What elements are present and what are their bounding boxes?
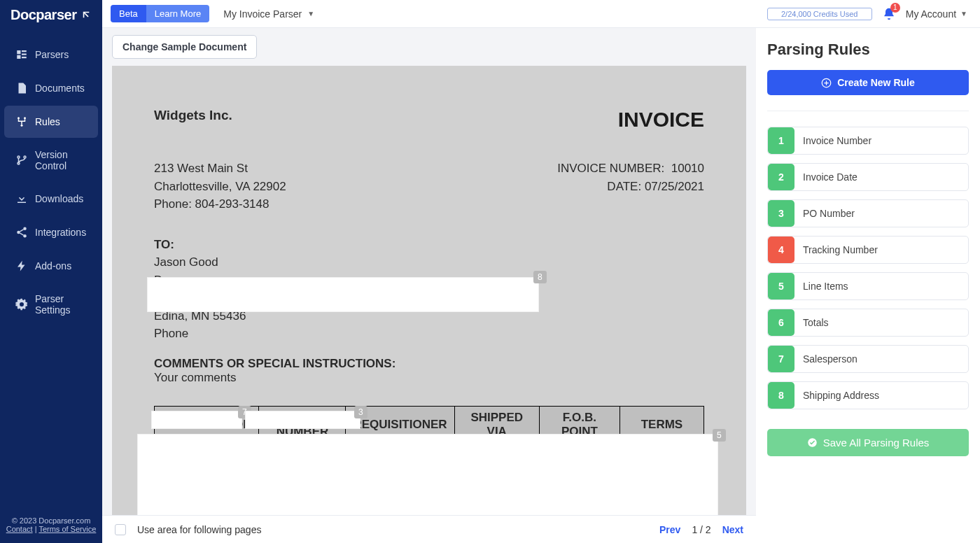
parsers-icon	[15, 48, 28, 61]
bolt-icon	[15, 260, 28, 272]
download-icon	[15, 192, 28, 205]
svg-rect-3	[22, 54, 27, 55]
sidebar-nav: Parsers Documents Rules Version Control …	[0, 37, 102, 509]
sidebar-item-label: Downloads	[35, 193, 83, 204]
documents-icon	[15, 82, 28, 94]
account-label: My Account	[906, 8, 956, 20]
comments-block: COMMENTS OR SPECIAL INSTRUCTIONS: Your c…	[154, 357, 704, 385]
page-indicator: 1 / 2	[692, 524, 710, 535]
brand-name: Docparser	[10, 7, 76, 23]
svg-point-13	[23, 234, 27, 238]
footer-copyright: © 2023 Docparser.com	[4, 516, 98, 525]
rule-item[interactable]: 6Totals	[767, 309, 969, 337]
svg-point-8	[18, 156, 20, 158]
panel-title: Parsing Rules	[767, 41, 969, 59]
account-dropdown[interactable]: My Account ▼	[906, 8, 972, 20]
rule-item[interactable]: 8Shipping Address	[767, 381, 969, 409]
sidebar: Docparser Parsers Documents Rules Versio…	[0, 0, 102, 543]
caret-down-icon: ▼	[307, 10, 314, 17]
sidebar-item-label: Version Control	[35, 149, 87, 171]
plus-circle-icon	[821, 78, 832, 88]
svg-point-7	[21, 125, 23, 127]
branch-icon	[15, 154, 28, 167]
brand-logo[interactable]: Docparser	[0, 0, 102, 30]
sidebar-item-integrations[interactable]: Integrations	[4, 216, 98, 248]
rules-icon	[15, 115, 28, 128]
sidebar-item-label: Documents	[35, 83, 85, 94]
footer-contact-link[interactable]: Contact	[6, 525, 33, 533]
svg-rect-1	[17, 55, 20, 59]
topbar: Beta Learn More My Invoice Parser ▼ 2/24…	[102, 0, 980, 28]
beta-button[interactable]: Beta	[111, 5, 146, 22]
highlight-7[interactable]	[151, 411, 242, 429]
svg-point-12	[17, 231, 20, 234]
svg-rect-4	[22, 57, 27, 58]
svg-point-11	[23, 227, 27, 231]
sidebar-item-label: Integrations	[35, 227, 86, 238]
use-area-checkbox[interactable]	[115, 524, 126, 535]
parser-name-dropdown[interactable]: My Invoice Parser ▼	[219, 8, 318, 20]
sidebar-item-addons[interactable]: Add-ons	[4, 250, 98, 282]
main-toolbar: Change Sample Document	[102, 28, 756, 66]
company-name: Widgets Inc.	[154, 108, 232, 123]
sidebar-item-label: Add-ons	[35, 260, 71, 272]
parsing-rules-panel: Parsing Rules Create New Rule 1Invoice N…	[756, 28, 980, 543]
svg-point-5	[18, 117, 20, 119]
credits-badge[interactable]: 2/24,000 Credits Used	[767, 8, 872, 20]
export-icon	[80, 9, 92, 22]
highlight-3[interactable]	[245, 411, 360, 429]
svg-point-6	[24, 117, 26, 119]
sidebar-item-version-control[interactable]: Version Control	[4, 139, 98, 181]
sidebar-item-label: Parsers	[35, 49, 69, 60]
prev-page-link[interactable]: Prev	[659, 524, 680, 535]
sidebar-footer: © 2023 Docparser.com Contact | Terms of …	[0, 509, 102, 543]
change-sample-document-button[interactable]: Change Sample Document	[112, 35, 257, 59]
gear-icon	[15, 298, 28, 311]
rule-item[interactable]: 7Salesperson	[767, 345, 969, 373]
notifications-button[interactable]: 1	[882, 7, 896, 21]
company-address: 213 West Main St Charlottesville, VA 229…	[154, 160, 286, 213]
sidebar-item-documents[interactable]: Documents	[4, 72, 98, 104]
sidebar-item-rules[interactable]: Rules	[4, 106, 98, 138]
pager-bar: Use area for following pages Prev 1 / 2 …	[102, 515, 756, 543]
sidebar-item-label: Rules	[35, 116, 60, 127]
rule-item[interactable]: 5Line Items	[767, 272, 969, 300]
svg-point-9	[24, 156, 26, 158]
document-page: Widgets Inc. INVOICE 213 West Main St Ch…	[112, 66, 746, 515]
check-circle-icon	[807, 437, 818, 448]
highlight-5[interactable]	[137, 434, 718, 515]
notification-count-badge: 1	[890, 3, 900, 13]
learn-more-button[interactable]: Learn More	[146, 5, 209, 22]
highlight-8[interactable]	[147, 277, 539, 312]
caret-down-icon: ▼	[960, 10, 967, 17]
footer-tos-link[interactable]: Terms of Service	[38, 525, 96, 533]
highlight-tag-5: 5	[713, 429, 726, 442]
svg-rect-0	[17, 50, 20, 54]
sidebar-item-parser-settings[interactable]: Parser Settings	[4, 283, 98, 325]
sidebar-item-label: Parser Settings	[35, 293, 87, 316]
invoice-meta: INVOICE NUMBER: 10010 DATE: 07/25/2021	[557, 160, 704, 213]
rules-list: 1Invoice Number 2Invoice Date 3PO Number…	[767, 111, 969, 409]
rule-item[interactable]: 1Invoice Number	[767, 127, 969, 155]
create-new-rule-button[interactable]: Create New Rule	[767, 70, 969, 95]
sidebar-item-parsers[interactable]: Parsers	[4, 38, 98, 71]
save-all-rules-button[interactable]: Save All Parsing Rules	[767, 429, 969, 456]
highlight-tag-3: 3	[354, 406, 368, 418]
beta-button-group: Beta Learn More	[111, 5, 209, 22]
rule-item[interactable]: 2Invoice Date	[767, 163, 969, 191]
next-page-link[interactable]: Next	[722, 524, 743, 535]
share-icon	[15, 226, 28, 239]
invoice-title: INVOICE	[618, 108, 704, 132]
highlight-tag-8: 8	[533, 271, 547, 283]
main-area: Change Sample Document Widgets Inc. INVO…	[102, 28, 756, 543]
rule-item[interactable]: 3PO Number	[767, 199, 969, 227]
sidebar-item-downloads[interactable]: Downloads	[4, 183, 98, 215]
document-viewport[interactable]: Widgets Inc. INVOICE 213 West Main St Ch…	[112, 66, 746, 515]
svg-rect-2	[22, 50, 27, 52]
use-area-label: Use area for following pages	[137, 524, 261, 535]
rule-item[interactable]: 4Tracking Number	[767, 236, 969, 264]
parser-name-label: My Invoice Parser	[223, 8, 302, 20]
